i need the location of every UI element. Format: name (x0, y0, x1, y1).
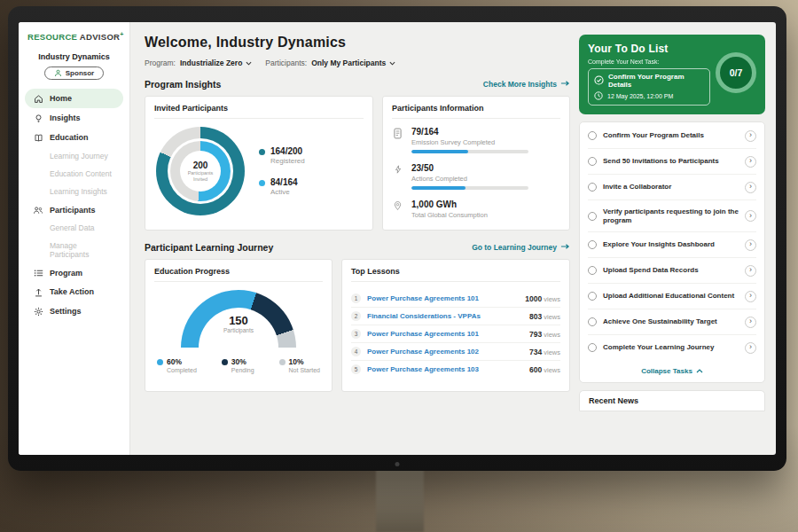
progress-fill (411, 150, 468, 153)
chevron-right-icon[interactable]: › (745, 239, 756, 251)
sidebar-item-label: Insights (50, 113, 81, 122)
participants-select[interactable]: Only My Participants (311, 59, 395, 67)
task-row[interactable]: Explore Your Insights Dashboard › (588, 232, 756, 258)
chevron-down-icon (389, 59, 395, 67)
education-progress-card: Education Progress 150 Participants (145, 259, 332, 392)
todo-summary-card: Your To Do List Complete Your Next Task:… (579, 35, 765, 114)
sidebar-item-program[interactable]: Program (25, 263, 123, 282)
monitor-stand (376, 468, 424, 532)
stat-global-consumption: 1,000 GWh Total Global Consumption (392, 200, 560, 223)
sidebar-item-education[interactable]: Education (25, 128, 123, 147)
lesson-link[interactable]: Power Purchase Agreements 101 (367, 294, 519, 302)
lesson-link[interactable]: Power Purchase Agreements 103 (367, 365, 523, 373)
gauge-legend: 60% Completed 30% Pending (154, 357, 323, 373)
brand-logo: RESOURCE ADVISOR+ (25, 31, 123, 42)
next-task-box[interactable]: Confirm Your Program Details 12 May 2025… (588, 68, 710, 106)
participants-information-card: Participants Information 79/164 Emission… (382, 96, 570, 231)
lesson-link[interactable]: Power Purchase Agreements 102 (367, 348, 523, 356)
home-icon (33, 94, 43, 104)
filter-bar: Program: Industrialize Zero Participants… (145, 59, 570, 67)
participants-filter-label: Participants: (265, 59, 307, 67)
sidebar-item-take-action[interactable]: Take Action (25, 282, 123, 301)
lesson-link[interactable]: Financial Considerations - VPPAs (367, 312, 523, 320)
progress-fill (411, 186, 466, 190)
chevron-right-icon[interactable]: › (745, 182, 756, 193)
arrow-right-icon (560, 243, 570, 252)
legend-item-completed: 60% Completed (157, 357, 197, 373)
org-name: Industry Dynamics (25, 52, 123, 61)
program-select[interactable]: Industrialize Zero (180, 59, 252, 67)
insights-icon (33, 113, 43, 123)
card-title: Top Lessons (351, 267, 560, 282)
gauge-center-label: Participants (181, 327, 296, 333)
sidebar-item-settings[interactable]: Settings (25, 301, 123, 321)
task-checkbox[interactable] (588, 157, 597, 166)
chevron-right-icon[interactable]: › (745, 210, 756, 222)
legend-dot (279, 359, 286, 365)
task-checkbox[interactable] (588, 131, 597, 140)
sidebar-item-general-data[interactable]: General Data (25, 219, 123, 237)
sidebar-item-home[interactable]: Home (25, 89, 123, 108)
actions-icon (392, 163, 403, 190)
sidebar: RESOURCE ADVISOR+ Industry Dynamics Spon… (19, 22, 130, 455)
next-task-time: 12 May 2025, 12:00 PM (607, 93, 673, 99)
check-more-insights-link[interactable]: Check More Insights (483, 80, 570, 89)
arrow-right-icon (560, 80, 570, 89)
sidebar-item-education-content[interactable]: Education Content (25, 165, 123, 183)
task-row[interactable]: Invite a Collaborator › (588, 175, 756, 200)
legend-item-not-started: 10% Not Started (279, 357, 320, 373)
sidebar-item-label: Participants (50, 206, 96, 215)
chevron-right-icon[interactable]: › (745, 265, 756, 277)
progress-bar (411, 150, 528, 153)
chevron-right-icon[interactable]: › (745, 291, 756, 302)
lesson-link[interactable]: Power Purchase Agreements 101 (367, 330, 523, 338)
participants-icon (33, 206, 43, 215)
lesson-row[interactable]: 1 Power Purchase Agreements 101 1000view… (351, 290, 560, 308)
task-checkbox[interactable] (588, 343, 597, 352)
brand-plus: + (120, 31, 123, 37)
chevron-right-icon[interactable]: › (745, 317, 756, 328)
collapse-tasks-button[interactable]: Collapse Tasks (588, 360, 756, 379)
chevron-right-icon[interactable]: › (745, 342, 756, 354)
sidebar-item-learning-insights[interactable]: Learning Insights (25, 183, 123, 200)
stat-actions-completed: 23/50 Actions Completed (392, 163, 560, 190)
person-icon (54, 69, 62, 77)
task-row[interactable]: Upload Additional Educational Content › (588, 284, 756, 309)
gear-icon (33, 307, 43, 317)
chevron-right-icon[interactable]: › (745, 130, 756, 142)
sponsor-badge[interactable]: Sponsor (44, 66, 104, 80)
legend-item-registered: 164/200 Registered (259, 146, 305, 165)
task-row[interactable]: Send 50 Invitations to Participants › (588, 149, 756, 175)
main-content: Welcome, Industry Dynamics Program: Indu… (130, 22, 579, 455)
sidebar-item-label: Home (50, 94, 72, 103)
task-row[interactable]: Verify participants requesting to join t… (588, 200, 756, 232)
legend-dot (259, 180, 265, 186)
lesson-row[interactable]: 3 Power Purchase Agreements 101 793views (351, 325, 560, 343)
chevron-down-icon (246, 59, 252, 67)
brand-part2: ADVISOR (80, 32, 120, 42)
invited-participants-card: Invited Participants 200 Participants In… (145, 96, 373, 231)
lesson-row[interactable]: 5 Power Purchase Agreements 103 600views (351, 361, 560, 378)
invited-participants-donut-chart: 200 Participants Invited (156, 127, 245, 215)
task-row[interactable]: Achieve One Sustainability Target › (588, 309, 756, 335)
lesson-row[interactable]: 4 Power Purchase Agreements 102 734views (351, 343, 560, 361)
legend-dot (222, 359, 228, 365)
sidebar-item-participants[interactable]: Participants (25, 200, 123, 219)
task-checkbox[interactable] (588, 292, 597, 301)
task-checkbox[interactable] (588, 240, 597, 249)
donut-center-value: 200 (193, 160, 208, 170)
legend-dot (259, 149, 265, 155)
task-row[interactable]: Upload Spend Data Records › (588, 258, 756, 284)
lesson-row[interactable]: 2 Financial Considerations - VPPAs 803vi… (351, 308, 560, 325)
task-checkbox[interactable] (588, 183, 597, 192)
task-row[interactable]: Complete Your Learning Journey › (588, 335, 756, 360)
task-checkbox[interactable] (588, 212, 597, 221)
sidebar-item-manage-participants[interactable]: Manage Participants (25, 237, 123, 263)
sidebar-item-learning-journey[interactable]: Learning Journey (25, 147, 123, 165)
chevron-right-icon[interactable]: › (745, 156, 756, 168)
go-to-learning-journey-link[interactable]: Go to Learning Journey (472, 243, 570, 252)
task-row[interactable]: Confirm Your Program Details › (588, 123, 756, 149)
task-checkbox[interactable] (588, 266, 597, 275)
sidebar-item-insights[interactable]: Insights (25, 108, 123, 128)
task-checkbox[interactable] (588, 317, 597, 326)
